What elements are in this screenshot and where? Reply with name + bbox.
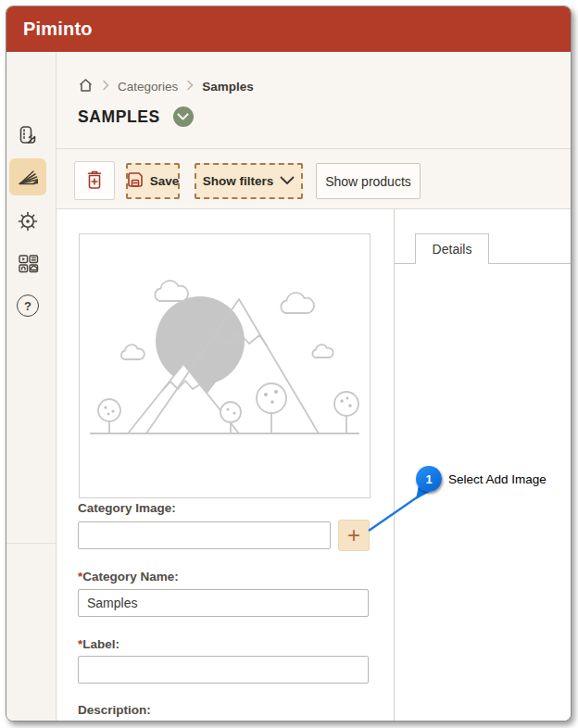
save-button[interactable]: Save bbox=[126, 163, 180, 199]
sidebar-item-help[interactable]: ? bbox=[9, 287, 46, 324]
catalog-icon bbox=[17, 124, 39, 146]
tree bbox=[334, 392, 358, 433]
categories-icon bbox=[16, 165, 40, 189]
app-header: Piminto bbox=[6, 6, 571, 52]
trash-icon bbox=[85, 169, 104, 193]
sidebar-divider bbox=[6, 543, 56, 544]
sidebar-item-catalog[interactable] bbox=[9, 117, 46, 154]
sidebar-item-settings[interactable] bbox=[9, 203, 46, 240]
label-label: *Label: bbox=[78, 637, 119, 651]
show-products-button[interactable]: Show products bbox=[316, 163, 421, 199]
annotation-step-marker: 1 bbox=[416, 466, 442, 492]
label-input[interactable] bbox=[78, 656, 369, 684]
save-button-label: Save bbox=[150, 174, 180, 188]
tree bbox=[257, 383, 286, 433]
category-name-input[interactable] bbox=[78, 589, 369, 617]
tree bbox=[98, 399, 120, 433]
add-image-button[interactable]: + bbox=[338, 520, 370, 551]
breadcrumb-samples: Samples bbox=[202, 80, 254, 94]
status-check-badge[interactable] bbox=[173, 107, 194, 127]
panel-divider bbox=[394, 209, 395, 721]
save-icon bbox=[127, 171, 144, 191]
annotation-label: Select Add Image bbox=[448, 472, 547, 486]
tab-details[interactable]: Details bbox=[415, 233, 489, 264]
home-icon[interactable] bbox=[78, 78, 94, 95]
breadcrumb-categories[interactable]: Categories bbox=[118, 80, 178, 94]
show-products-label: Show products bbox=[325, 174, 411, 189]
app-title: Piminto bbox=[23, 6, 93, 52]
category-image-label: Category Image: bbox=[78, 501, 176, 515]
sidebar-item-categories[interactable] bbox=[9, 158, 46, 195]
category-image-placeholder bbox=[79, 233, 371, 498]
breadcrumb-separator-icon bbox=[102, 80, 109, 94]
delete-button[interactable] bbox=[74, 161, 115, 200]
show-filters-label: Show filters bbox=[203, 174, 274, 188]
breadcrumb-separator-icon bbox=[186, 80, 194, 94]
sidebar-item-media[interactable] bbox=[9, 245, 46, 282]
show-filters-button[interactable]: Show filters bbox=[195, 163, 303, 199]
sidebar: ? bbox=[6, 52, 57, 721]
category-image-input[interactable] bbox=[78, 521, 331, 549]
help-icon: ? bbox=[17, 295, 39, 317]
app-window: Piminto bbox=[6, 6, 572, 722]
gear-icon bbox=[17, 210, 39, 232]
page-title: SAMPLES bbox=[78, 107, 160, 127]
toolbar: Save Show filters Show products bbox=[57, 149, 571, 208]
description-label: Description: bbox=[78, 703, 151, 717]
breadcrumb: Categories Samples bbox=[78, 78, 254, 94]
media-grid-icon bbox=[17, 252, 40, 275]
chevron-down-icon bbox=[280, 174, 295, 188]
category-name-label: *Category Name: bbox=[78, 570, 179, 584]
